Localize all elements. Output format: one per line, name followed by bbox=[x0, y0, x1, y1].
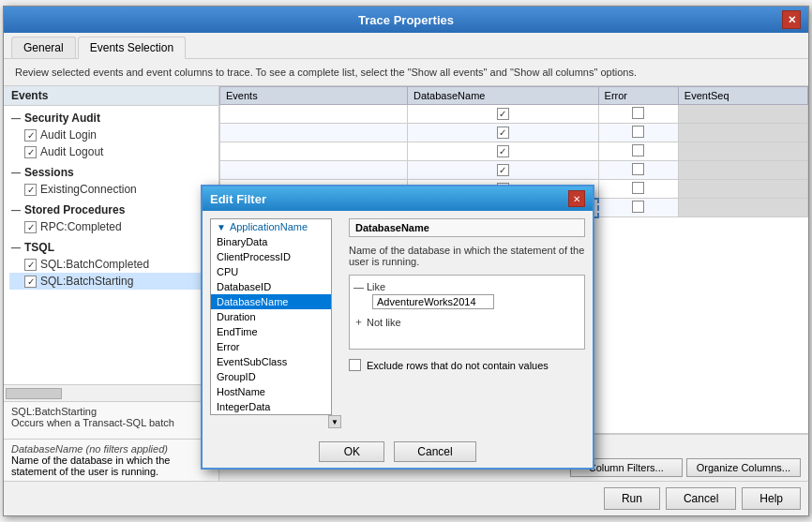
like-value-row bbox=[353, 294, 580, 313]
event-item-audit-logout[interactable]: Audit Logout bbox=[9, 143, 213, 160]
filter-item-error[interactable]: Error bbox=[211, 339, 331, 354]
table-row bbox=[220, 142, 808, 161]
run-button[interactable]: Run bbox=[604, 487, 660, 510]
help-button[interactable]: Help bbox=[742, 487, 801, 510]
cell-checkbox[interactable] bbox=[632, 182, 644, 194]
col-header-eventseq: EventSeq bbox=[678, 87, 807, 105]
filter-item-binary-data[interactable]: BinaryData bbox=[211, 234, 331, 249]
event-item-rpc-completed[interactable]: RPC:Completed bbox=[9, 218, 213, 235]
cell-checkbox[interactable] bbox=[497, 127, 509, 139]
cell-checkbox[interactable] bbox=[497, 108, 509, 120]
table-row bbox=[220, 124, 808, 142]
cell-checkbox[interactable] bbox=[497, 145, 509, 157]
dialog-buttons: OK Cancel bbox=[203, 436, 593, 468]
tab-general[interactable]: General bbox=[11, 37, 76, 58]
filter-list-scrollbar: ▼ bbox=[210, 415, 341, 428]
edit-filter-body: ▼ ApplicationName BinaryData ClientProce… bbox=[203, 211, 593, 436]
events-list[interactable]: — Security Audit Audit Login Audit Logou… bbox=[4, 106, 218, 384]
filter-right: DatabaseName Name of the database in whi… bbox=[349, 218, 585, 428]
filter-item-application-name[interactable]: ▼ ApplicationName bbox=[211, 219, 331, 234]
col-header-databasename: DatabaseName bbox=[408, 87, 599, 105]
events-hscroll[interactable] bbox=[4, 384, 218, 401]
event-group-header-sessions[interactable]: — Sessions bbox=[9, 164, 213, 181]
checkbox-audit-logout[interactable] bbox=[24, 146, 37, 158]
event-group-header-security-audit[interactable]: — Security Audit bbox=[9, 110, 213, 127]
col-header-error: Error bbox=[598, 87, 678, 105]
cell-checkbox[interactable] bbox=[632, 107, 644, 119]
cell-checkbox[interactable] bbox=[497, 164, 509, 176]
edit-filter-title: Edit Filter bbox=[210, 192, 266, 206]
col-header-events: Events bbox=[220, 87, 408, 105]
filter-item-hostname[interactable]: HostName bbox=[211, 384, 331, 399]
filter-field-description: Name of the database in which the statem… bbox=[349, 243, 585, 269]
event-item-audit-login[interactable]: Audit Login bbox=[9, 127, 213, 143]
checkbox-sql-batch-completed[interactable] bbox=[24, 259, 37, 271]
expand-icon-tsql: — bbox=[11, 243, 21, 253]
table-row bbox=[220, 105, 808, 124]
cell-checkbox[interactable] bbox=[632, 201, 644, 213]
like-row: — Like bbox=[353, 279, 580, 294]
expand-icon-sessions: — bbox=[11, 168, 21, 178]
event-group-header-stored-procedures[interactable]: — Stored Procedures bbox=[9, 201, 213, 218]
db-filter-info: DatabaseName (no filters applied) Name o… bbox=[4, 439, 218, 481]
event-group-tsql: — TSQL SQL:BatchCompleted SQL:BatchStart… bbox=[4, 237, 218, 291]
window-close-button[interactable]: ✕ bbox=[782, 10, 801, 29]
event-group-stored-procedures: — Stored Procedures RPC:Completed bbox=[4, 200, 218, 237]
title-bar: Trace Properties ✕ bbox=[4, 7, 808, 33]
event-group-sessions: — Sessions ExistingConnection bbox=[4, 162, 218, 200]
organize-columns-button[interactable]: Organize Columns... bbox=[686, 458, 801, 477]
db-filter-title: DatabaseName (no filters applied) bbox=[11, 443, 211, 455]
event-item-existing-connection[interactable]: ExistingConnection bbox=[9, 181, 213, 198]
events-panel: Events — Security Audit Audit Login Audi… bbox=[4, 86, 219, 481]
checkbox-exclude[interactable] bbox=[349, 359, 361, 371]
filter-funnel-icon: ▼ bbox=[217, 222, 226, 232]
checkbox-audit-login[interactable] bbox=[24, 129, 37, 142]
filter-item-database-id[interactable]: DatabaseID bbox=[211, 279, 331, 294]
like-value-input[interactable] bbox=[372, 294, 494, 309]
action-bar: Run Cancel Help bbox=[4, 481, 808, 515]
filter-item-group-id[interactable]: GroupID bbox=[211, 369, 331, 384]
cell-checkbox[interactable] bbox=[632, 144, 644, 157]
table-row bbox=[220, 161, 808, 180]
ok-button[interactable]: OK bbox=[319, 441, 384, 462]
filter-item-end-time[interactable]: EndTime bbox=[211, 324, 331, 339]
checkbox-sql-batch-starting[interactable] bbox=[24, 276, 37, 288]
filter-item-cpu[interactable]: CPU bbox=[211, 264, 331, 279]
dialog-cancel-button[interactable]: Cancel bbox=[394, 441, 475, 462]
filter-item-event-sub-class[interactable]: EventSubClass bbox=[211, 354, 331, 369]
main-window: Trace Properties ✕ General Events Select… bbox=[3, 6, 809, 516]
event-group-header-tsql[interactable]: — TSQL bbox=[9, 239, 213, 256]
db-filter-description: Name of the database in which the statem… bbox=[11, 455, 211, 477]
filter-criteria-box: — Like ＋ Not like bbox=[349, 275, 585, 350]
event-item-sql-batch-starting[interactable]: SQL:BatchStarting bbox=[9, 273, 213, 290]
checkbox-rpc-completed[interactable] bbox=[24, 221, 37, 233]
events-header: Events bbox=[4, 86, 218, 106]
vscroll-down[interactable]: ▼ bbox=[328, 415, 341, 428]
filter-list[interactable]: ▼ ApplicationName BinaryData ClientProce… bbox=[210, 218, 332, 415]
exclude-row: Exclude rows that do not contain values bbox=[349, 355, 585, 375]
event-group-security-audit: — Security Audit Audit Login Audit Logou… bbox=[4, 108, 218, 162]
edit-filter-title-bar: Edit Filter ✕ bbox=[203, 186, 593, 211]
event-description: SQL:BatchStarting Occurs when a Transact… bbox=[4, 401, 218, 439]
expand-icon: — bbox=[11, 113, 21, 124]
instructions-text: Review selected events and event columns… bbox=[4, 59, 808, 86]
cell-checkbox[interactable] bbox=[632, 163, 644, 175]
checkbox-existing-connection[interactable] bbox=[24, 184, 37, 196]
hscroll-thumb[interactable] bbox=[6, 388, 62, 399]
cell-checkbox[interactable] bbox=[632, 126, 644, 138]
filter-item-integer-data[interactable]: IntegerData bbox=[211, 399, 331, 414]
cancel-button[interactable]: Cancel bbox=[666, 487, 736, 510]
event-item-sql-batch-completed[interactable]: SQL:BatchCompleted bbox=[9, 256, 213, 273]
filter-item-database-name[interactable]: DatabaseName bbox=[211, 294, 331, 309]
expand-like-icon[interactable]: — bbox=[353, 281, 364, 292]
main-content: Events — Security Audit Audit Login Audi… bbox=[4, 86, 808, 481]
not-like-row: ＋ Not like bbox=[353, 313, 580, 331]
tab-events-selection[interactable]: Events Selection bbox=[78, 37, 186, 59]
filter-item-duration[interactable]: Duration bbox=[211, 309, 331, 324]
filter-item-client-process-id[interactable]: ClientProcessID bbox=[211, 249, 331, 264]
edit-filter-close-button[interactable]: ✕ bbox=[568, 190, 585, 207]
expand-not-like-icon[interactable]: ＋ bbox=[353, 315, 364, 329]
window-title: Trace Properties bbox=[275, 13, 538, 27]
expand-icon-stored-procedures: — bbox=[11, 205, 21, 216]
filter-field-name: DatabaseName bbox=[349, 218, 585, 237]
